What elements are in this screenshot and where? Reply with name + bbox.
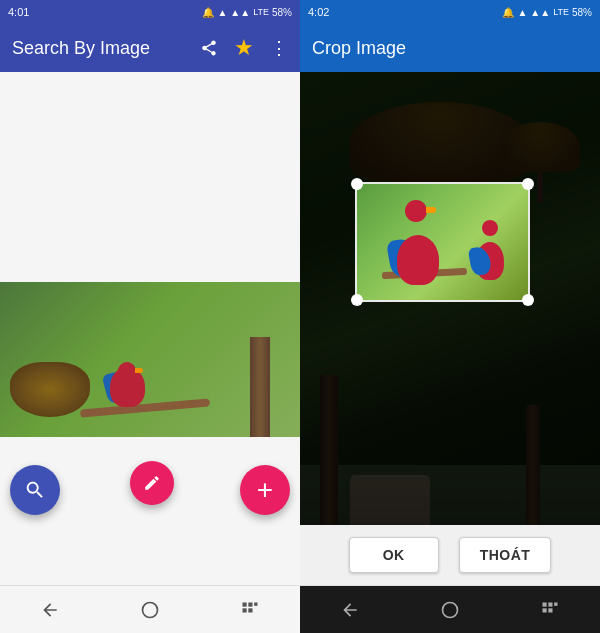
exit-button[interactable]: THOÁT: [459, 537, 552, 573]
crop-handle-tl[interactable]: [351, 178, 363, 190]
nav-bar-1: [0, 585, 300, 633]
app-bar-2: Crop Image: [300, 24, 600, 72]
head2-crop: [482, 220, 498, 236]
svg-rect-8: [548, 602, 552, 606]
image-overlay-s1: [0, 282, 300, 437]
svg-rect-9: [554, 602, 557, 605]
battery-2: 58%: [572, 7, 592, 18]
plus-icon: +: [257, 476, 273, 504]
svg-rect-7: [543, 602, 547, 606]
nav-bar-2: [300, 585, 600, 633]
body-crop: [397, 235, 439, 285]
recents-button-1[interactable]: [225, 586, 275, 633]
lte-icon: LTE: [253, 7, 269, 17]
svg-rect-1: [243, 602, 247, 606]
alarm-icon: 🔔: [202, 7, 214, 18]
recents-button-2[interactable]: [525, 586, 575, 633]
svg-point-6: [443, 602, 458, 617]
svg-rect-3: [254, 602, 257, 605]
signal-icon-2: ▲▲: [530, 7, 550, 18]
screen1-content: +: [0, 72, 300, 585]
head-crop: [405, 200, 427, 222]
crop-rectangle[interactable]: [355, 182, 530, 302]
parrot-scene-s1: [0, 282, 300, 437]
app-title-2: Crop Image: [312, 38, 588, 59]
alarm-icon-2: 🔔: [502, 7, 514, 18]
signal-icon: ▲▲: [230, 7, 250, 18]
status-icons-2: 🔔 ▲ ▲▲ LTE 58%: [502, 7, 592, 18]
time-1: 4:01: [8, 6, 29, 18]
fab-search-button[interactable]: [10, 465, 60, 515]
parrot-image-area: [0, 282, 300, 437]
beak-crop: [426, 207, 436, 213]
svg-rect-2: [248, 602, 252, 606]
crop-handle-tr[interactable]: [522, 178, 534, 190]
home-button-2[interactable]: [425, 586, 475, 633]
lte-icon-2: LTE: [553, 7, 569, 17]
crop-interior: [357, 184, 528, 300]
back-button-2[interactable]: [325, 586, 375, 633]
more-icon[interactable]: ⋮: [270, 37, 288, 59]
star-icon[interactable]: ★: [234, 35, 254, 61]
screen2: 4:02 🔔 ▲ ▲▲ LTE 58% Crop Image: [300, 0, 600, 633]
svg-point-0: [143, 602, 158, 617]
wifi-icon-2: ▲: [517, 7, 527, 18]
battery-1: 58%: [272, 7, 292, 18]
time-2: 4:02: [308, 6, 329, 18]
parrot-crop-2: [468, 215, 518, 280]
crop-content: [300, 72, 600, 525]
status-bar-1: 4:01 🔔 ▲ ▲▲ LTE 58%: [0, 0, 300, 24]
svg-rect-5: [248, 608, 252, 612]
status-bar-2: 4:02 🔔 ▲ ▲▲ LTE 58%: [300, 0, 600, 24]
screen1: 4:01 🔔 ▲ ▲▲ LTE 58% Search By Image ★ ⋮: [0, 0, 300, 633]
app-title-1: Search By Image: [12, 38, 200, 59]
app-bar-1: Search By Image ★ ⋮: [0, 24, 300, 72]
status-icons-1: 🔔 ▲ ▲▲ LTE 58%: [202, 7, 292, 18]
svg-rect-4: [243, 608, 247, 612]
app-bar-actions-1: ★ ⋮: [200, 35, 288, 61]
ok-button[interactable]: OK: [349, 537, 439, 573]
crop-handle-br[interactable]: [522, 294, 534, 306]
svg-rect-11: [548, 608, 552, 612]
wifi-icon: ▲: [217, 7, 227, 18]
crop-handle-bl[interactable]: [351, 294, 363, 306]
home-button-1[interactable]: [125, 586, 175, 633]
fab-edit-button[interactable]: [130, 461, 174, 505]
fab-add-button[interactable]: +: [240, 465, 290, 515]
share-icon[interactable]: [200, 39, 218, 57]
back-button-1[interactable]: [25, 586, 75, 633]
crop-buttons-bar: OK THOÁT: [300, 525, 600, 585]
svg-rect-10: [543, 608, 547, 612]
